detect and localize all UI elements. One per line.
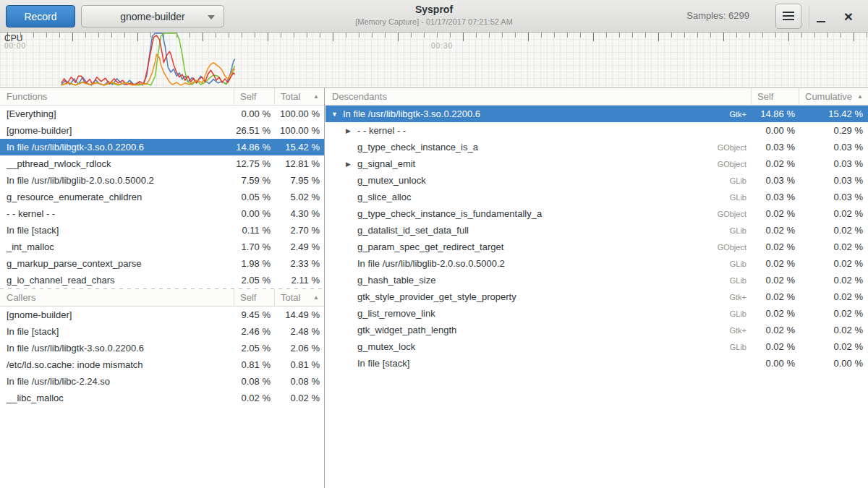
left-pane: Functions Self Total ▲ [Everything] 0.00… — [0, 88, 325, 488]
tree-row[interactable]: g_mutex_unlock GLib 0.03 % 0.03 % — [326, 172, 868, 189]
row-self-percent: 0.03 % — [751, 142, 799, 153]
table-row[interactable]: g_io_channel_read_chars 2.05 % 2.11 % — [0, 272, 324, 288]
expander-icon[interactable]: ▶ — [346, 127, 357, 134]
row-library-tag: GObject — [718, 143, 751, 152]
self-column-header[interactable]: Self — [234, 88, 274, 106]
row-cumulative-percent: 0.02 % — [799, 308, 868, 319]
table-row[interactable]: __libc_malloc 0.02 % 0.02 % — [0, 390, 324, 406]
row-library-tag: GLib — [730, 193, 751, 202]
row-function-name: In file /usr/lib/libglib-2.0.so.0.5000.2 — [357, 258, 730, 269]
row-total-percent: 2.70 % — [274, 225, 324, 236]
tree-row[interactable]: g_datalist_id_set_data_full GLib 0.02 % … — [326, 222, 868, 239]
row-function-name: g_type_check_instance_is_fundamentally_a — [357, 208, 718, 219]
tree-row[interactable]: g_slice_alloc GLib 0.03 % 0.03 % — [326, 189, 868, 205]
expander-icon[interactable]: ▶ — [346, 160, 357, 168]
table-row[interactable]: In file /usr/lib/libglib-2.0.so.0.5000.2… — [0, 172, 324, 189]
table-row[interactable]: /etc/ld.so.cache: inode mismatch 0.81 % … — [0, 356, 324, 373]
tree-row[interactable]: ▶ - - kernel - - 0.00 % 0.29 % — [326, 122, 868, 139]
row-self-percent: 2.05 % — [234, 275, 274, 286]
row-library-tag: GLib — [730, 343, 751, 351]
table-row[interactable]: In file /usr/lib/libgtk-3.so.0.2200.6 2.… — [0, 340, 324, 356]
table-row[interactable]: [gnome-builder] 9.45 % 14.49 % — [0, 307, 324, 323]
table-row[interactable]: _int_malloc 1.70 % 2.49 % — [0, 239, 324, 255]
row-library-tag: Gtk+ — [729, 110, 751, 119]
table-row[interactable]: [gnome-builder] 26.51 % 100.00 % — [0, 122, 324, 139]
table-row[interactable]: In file /usr/lib/libgtk-3.so.0.2200.6 14… — [0, 139, 324, 155]
table-row[interactable]: - - kernel - - 0.00 % 4.30 % — [0, 205, 324, 222]
table-row[interactable]: [Everything] 0.00 % 100.00 % — [0, 106, 324, 122]
tree-row[interactable]: g_type_check_instance_is_fundamentally_a… — [326, 205, 868, 222]
row-total-percent: 2.33 % — [274, 258, 324, 269]
record-button[interactable]: Record — [6, 5, 75, 27]
sort-ascending-icon: ▲ — [857, 93, 868, 100]
descendants-table-body: ▼ In file /usr/lib/libgtk-3.so.0.2200.6 … — [326, 106, 868, 372]
row-function-name: In file [stack] — [0, 225, 234, 236]
total-column-header[interactable]: Total ▲ — [274, 289, 324, 307]
row-function-name: In file /usr/lib/libglib-2.0.so.0.5000.2 — [0, 175, 234, 186]
menu-button[interactable] — [775, 4, 801, 29]
row-function-name: g_mutex_lock — [357, 341, 730, 352]
cpu-graph[interactable]: CPU 00:00 00:30 — [0, 33, 868, 88]
cumulative-column-header[interactable]: Cumulative ▲ — [799, 88, 868, 106]
descendants-column-header[interactable]: Descendants — [326, 88, 751, 106]
row-total-percent: 15.42 % — [274, 142, 324, 153]
minimize-button[interactable] — [810, 6, 832, 27]
row-self-percent: 2.05 % — [234, 343, 274, 354]
tree-row[interactable]: In file [stack] 0.00 % 0.00 % — [326, 355, 868, 372]
sort-ascending-icon: ▲ — [313, 294, 324, 301]
sort-ascending-icon: ▲ — [313, 93, 324, 100]
functions-table-header: Functions Self Total ▲ — [0, 88, 324, 106]
tree-row[interactable]: g_list_remove_link GLib 0.02 % 0.02 % — [326, 305, 868, 322]
close-button[interactable]: × — [838, 6, 859, 27]
row-self-percent: 0.03 % — [751, 192, 799, 202]
row-cumulative-percent: 0.03 % — [799, 192, 868, 202]
table-row[interactable]: g_markup_parse_context_parse 1.98 % 2.33… — [0, 255, 324, 272]
row-function-name: g_resource_enumerate_children — [0, 192, 234, 202]
tree-row[interactable]: ▼ In file /usr/lib/libgtk-3.so.0.2200.6 … — [326, 106, 868, 122]
row-total-percent: 2.11 % — [274, 275, 324, 286]
self-column-header[interactable]: Self — [751, 88, 799, 106]
callers-column-header[interactable]: Callers — [0, 289, 234, 307]
row-self-percent: 0.00 % — [234, 108, 274, 119]
row-self-percent: 26.51 % — [234, 125, 274, 136]
tree-row[interactable]: g_type_check_instance_is_a GObject 0.03 … — [326, 139, 868, 155]
table-row[interactable]: In file /usr/lib/libc-2.24.so 0.08 % 0.0… — [0, 373, 324, 390]
row-function-name: __pthread_rwlock_rdlock — [0, 158, 234, 169]
table-row[interactable]: In file [stack] 2.46 % 2.48 % — [0, 323, 324, 340]
row-total-percent: 100.00 % — [274, 125, 324, 136]
row-library-tag: GLib — [730, 176, 751, 185]
row-cumulative-percent: 0.02 % — [799, 341, 868, 352]
tree-row[interactable]: g_param_spec_get_redirect_target GObject… — [326, 239, 868, 255]
row-total-percent: 0.02 % — [274, 393, 324, 403]
table-row[interactable]: __pthread_rwlock_rdlock 12.75 % 12.81 % — [0, 155, 324, 172]
process-selector[interactable]: gnome-builder — [81, 5, 224, 27]
row-function-name: _int_malloc — [0, 241, 234, 252]
self-column-header[interactable]: Self — [234, 289, 274, 307]
cumulative-column-label: Cumulative — [805, 91, 852, 102]
tree-row[interactable]: g_hash_table_size GLib 0.02 % 0.02 % — [326, 272, 868, 288]
time-label-start: 00:00 — [4, 42, 26, 50]
timeline-ruler — [0, 33, 868, 42]
table-row[interactable]: g_resource_enumerate_children 0.05 % 5.0… — [0, 189, 324, 205]
row-self-percent: 0.08 % — [234, 376, 274, 387]
row-library-tag: GLib — [730, 309, 751, 318]
table-row[interactable]: In file [stack] 0.11 % 2.70 % — [0, 222, 324, 239]
tree-row[interactable]: gtk_widget_path_length Gtk+ 0.02 % 0.02 … — [326, 322, 868, 338]
expander-icon[interactable]: ▼ — [331, 111, 343, 118]
functions-column-header[interactable]: Functions — [0, 88, 234, 106]
row-total-percent: 4.30 % — [274, 208, 324, 219]
row-self-percent: 0.81 % — [234, 359, 274, 370]
tree-row[interactable]: g_mutex_lock GLib 0.02 % 0.02 % — [326, 338, 868, 355]
row-cumulative-percent: 15.42 % — [799, 108, 868, 119]
tree-row[interactable]: ▶ g_signal_emit GObject 0.02 % 0.03 % — [326, 155, 868, 172]
row-function-name: In file [stack] — [0, 326, 234, 337]
total-column-header[interactable]: Total ▲ — [274, 88, 324, 106]
row-function-name: [gnome-builder] — [0, 125, 234, 136]
tree-row[interactable]: gtk_style_provider_get_style_property Gt… — [326, 288, 868, 305]
process-selector-value: gnome-builder — [120, 11, 185, 22]
row-cumulative-percent: 0.00 % — [799, 358, 868, 369]
tree-row[interactable]: In file /usr/lib/libglib-2.0.so.0.5000.2… — [326, 255, 868, 272]
row-function-name: g_type_check_instance_is_a — [357, 142, 718, 153]
row-self-percent: 0.02 % — [751, 291, 799, 302]
row-function-name: In file [stack] — [357, 358, 746, 369]
